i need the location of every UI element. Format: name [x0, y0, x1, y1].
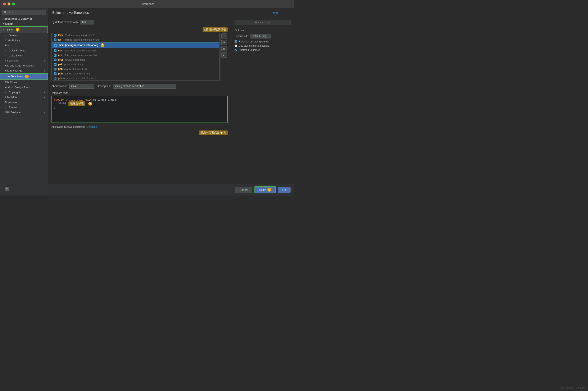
template-list: lazy (Performs lazy initialization) lst …: [51, 33, 220, 81]
sidebar-item-gui-designer[interactable]: GUI Designer ⊞: [0, 110, 48, 115]
reformat-checkbox[interactable]: [235, 40, 237, 43]
static-import-checkbox[interactable]: [235, 45, 237, 47]
template-item-main[interactable]: main (main() method declaration) 3: [52, 42, 219, 48]
sidebar-item-color-scheme[interactable]: › Color Scheme: [0, 48, 48, 53]
sidebar-item-inlay-hints[interactable]: Inlay Hints ⊞: [0, 95, 48, 100]
sidebar-item-font[interactable]: Font: [0, 43, 48, 48]
expand-with-label: By default expand with: [51, 21, 78, 24]
sidebar-item-keymap[interactable]: Keymap: [0, 21, 48, 26]
remove-template-button[interactable]: −: [221, 40, 227, 45]
breadcrumb-separator: ›: [63, 11, 65, 14]
template-checkbox-psfi[interactable]: [54, 68, 56, 71]
settings-icon: ⊞: [43, 69, 45, 72]
template-item-lazy[interactable]: lazy (Performs lazy initialization): [52, 33, 219, 37]
template-item-psfs[interactable]: psfs (public static final String): [52, 71, 219, 76]
template-checkbox-mx[interactable]: [54, 54, 56, 57]
sidebar-item-file-code-templates[interactable]: File and Code Templates: [0, 63, 48, 68]
template-item-psvm[interactable]: psvm (main() method declaration): [52, 76, 219, 81]
main-badge: 3: [101, 43, 104, 47]
expand-with-options-select[interactable]: Default (Tab) Tab Enter Space: [250, 34, 271, 38]
sidebar-item-live-templates[interactable]: Live Templates 2: [0, 73, 48, 80]
sidebar-item-appearance-behavior[interactable]: Appearance & Behavior: [0, 16, 48, 21]
expand-with-options-select-wrapper: Default (Tab) Tab Enter Space: [250, 34, 271, 38]
sidebar-item-label: Duplicates: [5, 101, 17, 104]
expand-arrow-icon: ›: [5, 34, 7, 37]
template-name: lazy: [58, 34, 63, 37]
settings-icon: ⊞: [43, 111, 45, 114]
template-checkbox-lst[interactable]: [54, 38, 56, 41]
shorten-fq-checkbox[interactable]: [235, 49, 237, 51]
description-input[interactable]: [113, 84, 176, 89]
ok-button[interactable]: OK: [278, 187, 291, 193]
sidebar-item-inspections[interactable]: Inspections ⊞: [0, 58, 48, 63]
applicable-text: Applicable in Java: declaration.: [51, 125, 86, 128]
template-item-lst[interactable]: lst (Fetches last element of an array): [52, 37, 219, 42]
sidebar-item-label: Keymap: [2, 22, 13, 25]
sidebar-item-editor[interactable]: ▾ Editor 1: [0, 26, 48, 33]
annotation-edit-here: 在这里修改: [68, 101, 85, 106]
template-text-area[interactable]: public static void main(String[] args){ …: [51, 96, 228, 123]
title-bar: Preferences: [0, 0, 294, 8]
back-button[interactable]: ←: [281, 11, 284, 15]
expand-arrow-icon: ›: [5, 91, 7, 94]
template-desc: (public static final): [64, 63, 83, 66]
copy-template-button[interactable]: ⧉: [221, 46, 227, 51]
live-templates-badge: 2: [25, 75, 29, 78]
expand-arrow-icon: ›: [5, 106, 7, 109]
template-desc: (private static final): [65, 59, 85, 61]
cancel-button[interactable]: Cancel: [235, 187, 252, 193]
bottom-bar: Cancel Apply 5 OK: [48, 184, 294, 196]
sidebar-item-duplicates[interactable]: Duplicates: [0, 100, 48, 105]
template-name: mx: [58, 54, 62, 57]
forward-button[interactable]: →: [287, 11, 290, 15]
template-text-label: Template text:: [51, 92, 228, 95]
template-desc: (Sets lesser value to a variable): [64, 49, 97, 52]
maximize-button[interactable]: [12, 2, 15, 5]
sidebar: 🔍 Appearance & Behavior Keymap ▾ Editor …: [0, 8, 48, 196]
search-input[interactable]: [8, 11, 44, 14]
expand-with-options-row: Expand with Default (Tab) Tab Enter Spac…: [235, 34, 291, 38]
template-checkbox-psvm[interactable]: [54, 77, 56, 80]
change-link[interactable]: Change ▾: [87, 125, 97, 128]
sidebar-item-label: Appearance & Behavior: [2, 17, 32, 20]
template-checkbox-prsf[interactable]: [54, 59, 56, 61]
close-button[interactable]: [3, 2, 6, 5]
sidebar-item-copyright[interactable]: › Copyright ⊞: [0, 90, 48, 95]
expand-with-select[interactable]: Tab Enter Space: [80, 20, 94, 24]
help-button[interactable]: ?: [4, 187, 9, 191]
sidebar-item-label: Font: [5, 44, 10, 47]
template-checkbox-mn[interactable]: [54, 49, 56, 52]
sidebar-item-label: Code Editing: [5, 39, 20, 42]
static-import-label: Use static import if possible: [239, 44, 269, 47]
reset-button[interactable]: Reset: [271, 11, 278, 14]
undo-button[interactable]: ↩: [221, 52, 227, 58]
add-template-button[interactable]: +: [221, 33, 227, 39]
template-name: psvm: [58, 77, 65, 80]
sidebar-item-file-encodings[interactable]: File Encodings ⊞: [0, 68, 48, 73]
sidebar-item-emmet[interactable]: › Emmet: [0, 105, 48, 110]
sidebar-item-general[interactable]: › General: [0, 33, 48, 38]
template-desc: (Performs lazy initialization): [65, 34, 94, 36]
template-item-mn[interactable]: mn (Sets lesser value to a variable): [52, 48, 219, 53]
content-body: By default expand with Tab Enter Space 找…: [48, 17, 294, 184]
sidebar-item-code-style[interactable]: › Code Style: [0, 53, 48, 58]
sidebar-item-file-types[interactable]: File Types: [0, 80, 48, 85]
template-checkbox-psfs[interactable]: [54, 72, 56, 75]
template-item-psfi[interactable]: psfi (public static final int): [52, 67, 219, 71]
sidebar-item-code-editing[interactable]: Code Editing: [0, 38, 48, 43]
reformat-checkbox-item: Reformat according to style: [235, 40, 291, 43]
minimize-button[interactable]: [7, 2, 10, 5]
template-checkbox-psf[interactable]: [54, 63, 56, 66]
options-section: Options Expand with Default (Tab) Tab En…: [235, 29, 291, 51]
template-checkbox-main[interactable]: [54, 44, 57, 47]
edit-variables-button[interactable]: Edit variables: [235, 20, 291, 25]
search-box[interactable]: 🔍: [2, 10, 46, 15]
template-item-psf[interactable]: psf (public static final): [52, 62, 219, 67]
template-item-prsf[interactable]: prsf (private static final): [52, 58, 219, 62]
sidebar-item-android-design-tools[interactable]: Android Design Tools: [0, 85, 48, 90]
abbreviation-input[interactable]: [69, 84, 94, 89]
header-actions: Reset ← →: [271, 11, 290, 15]
template-item-mx[interactable]: mx (Sets greater value to a variable): [52, 53, 219, 58]
template-checkbox-lazy[interactable]: [54, 34, 56, 37]
apply-button[interactable]: Apply 5: [255, 186, 276, 194]
